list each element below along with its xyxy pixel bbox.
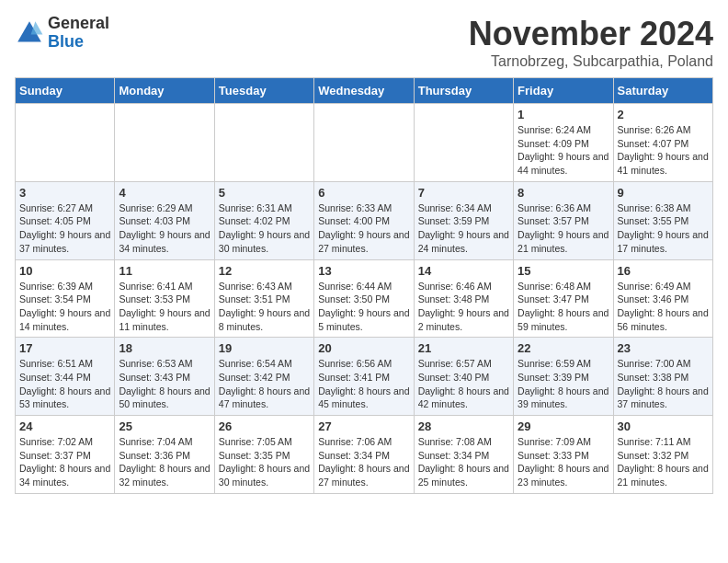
day-number: 20 <box>318 341 409 355</box>
day-detail: Sunrise: 6:57 AM Sunset: 3:40 PM Dayligh… <box>418 357 509 411</box>
calendar-cell: 22Sunrise: 6:59 AM Sunset: 3:39 PM Dayli… <box>514 338 613 416</box>
calendar-cell: 10Sunrise: 6:39 AM Sunset: 3:54 PM Dayli… <box>16 259 115 338</box>
day-number: 3 <box>19 186 110 200</box>
calendar-cell: 17Sunrise: 6:51 AM Sunset: 3:44 PM Dayli… <box>16 338 115 416</box>
weekday-header-wednesday: Wednesday <box>314 78 414 104</box>
calendar-cell: 27Sunrise: 7:06 AM Sunset: 3:34 PM Dayli… <box>314 416 414 494</box>
weekday-header-sunday: Sunday <box>16 78 115 104</box>
calendar-cell: 30Sunrise: 7:11 AM Sunset: 3:32 PM Dayli… <box>613 416 712 494</box>
location-title: Tarnobrzeg, Subcarpathia, Poland <box>469 53 713 70</box>
day-number: 1 <box>518 108 609 121</box>
day-detail: Sunrise: 6:39 AM Sunset: 3:54 PM Dayligh… <box>19 280 110 334</box>
day-number: 19 <box>219 341 310 355</box>
calendar-cell: 23Sunrise: 7:00 AM Sunset: 3:38 PM Dayli… <box>613 338 712 416</box>
weekday-header-saturday: Saturday <box>613 78 712 104</box>
day-number: 26 <box>219 419 310 433</box>
day-detail: Sunrise: 7:11 AM Sunset: 3:32 PM Dayligh… <box>618 435 709 489</box>
weekday-header-monday: Monday <box>115 78 214 104</box>
calendar-cell <box>414 104 513 182</box>
calendar-cell: 3Sunrise: 6:27 AM Sunset: 4:05 PM Daylig… <box>16 181 115 259</box>
day-number: 25 <box>119 419 210 433</box>
day-detail: Sunrise: 6:43 AM Sunset: 3:51 PM Dayligh… <box>219 280 310 334</box>
calendar-cell <box>314 104 414 182</box>
day-detail: Sunrise: 7:08 AM Sunset: 3:34 PM Dayligh… <box>418 435 509 489</box>
day-number: 21 <box>418 341 509 355</box>
day-number: 8 <box>518 186 609 200</box>
day-number: 16 <box>618 264 709 278</box>
day-number: 9 <box>618 186 709 200</box>
day-detail: Sunrise: 7:00 AM Sunset: 3:38 PM Dayligh… <box>618 357 709 411</box>
calendar-cell: 14Sunrise: 6:46 AM Sunset: 3:48 PM Dayli… <box>414 259 513 338</box>
day-detail: Sunrise: 6:49 AM Sunset: 3:46 PM Dayligh… <box>618 280 709 334</box>
day-detail: Sunrise: 6:29 AM Sunset: 4:03 PM Dayligh… <box>119 201 210 256</box>
calendar-cell: 13Sunrise: 6:44 AM Sunset: 3:50 PM Dayli… <box>314 259 414 338</box>
weekday-header-friday: Friday <box>514 78 613 104</box>
calendar-week-5: 24Sunrise: 7:02 AM Sunset: 3:37 PM Dayli… <box>16 416 713 494</box>
day-number: 2 <box>618 108 709 121</box>
day-number: 22 <box>518 341 609 355</box>
logo-text: General Blue <box>48 15 109 52</box>
day-detail: Sunrise: 6:26 AM Sunset: 4:07 PM Dayligh… <box>618 123 709 178</box>
day-detail: Sunrise: 6:59 AM Sunset: 3:39 PM Dayligh… <box>518 357 609 411</box>
day-detail: Sunrise: 6:27 AM Sunset: 4:05 PM Dayligh… <box>19 201 110 256</box>
day-detail: Sunrise: 7:05 AM Sunset: 3:35 PM Dayligh… <box>219 435 310 489</box>
calendar-cell: 1Sunrise: 6:24 AM Sunset: 4:09 PM Daylig… <box>514 104 613 182</box>
calendar-cell: 7Sunrise: 6:34 AM Sunset: 3:59 PM Daylig… <box>414 181 513 259</box>
day-detail: Sunrise: 6:36 AM Sunset: 3:57 PM Dayligh… <box>518 201 609 256</box>
logo-blue: Blue <box>48 32 84 51</box>
calendar-week-4: 17Sunrise: 6:51 AM Sunset: 3:44 PM Dayli… <box>16 338 713 416</box>
calendar-cell <box>115 104 214 182</box>
calendar-cell: 6Sunrise: 6:33 AM Sunset: 4:00 PM Daylig… <box>314 181 414 259</box>
day-detail: Sunrise: 6:51 AM Sunset: 3:44 PM Dayligh… <box>19 357 110 411</box>
weekday-row: SundayMondayTuesdayWednesdayThursdayFrid… <box>16 78 713 104</box>
day-number: 11 <box>119 264 210 278</box>
day-number: 15 <box>518 264 609 278</box>
day-number: 12 <box>219 264 310 278</box>
weekday-header-thursday: Thursday <box>414 78 513 104</box>
day-number: 17 <box>19 341 110 355</box>
day-number: 27 <box>318 419 409 433</box>
logo-icon <box>15 18 44 48</box>
calendar-cell: 9Sunrise: 6:38 AM Sunset: 3:55 PM Daylig… <box>613 181 712 259</box>
day-number: 28 <box>418 419 509 433</box>
calendar-cell: 20Sunrise: 6:56 AM Sunset: 3:41 PM Dayli… <box>314 338 414 416</box>
day-number: 6 <box>318 186 409 200</box>
day-number: 7 <box>418 186 509 200</box>
day-detail: Sunrise: 6:38 AM Sunset: 3:55 PM Dayligh… <box>618 201 709 256</box>
calendar-cell: 4Sunrise: 6:29 AM Sunset: 4:03 PM Daylig… <box>115 181 214 259</box>
calendar-table: SundayMondayTuesdayWednesdayThursdayFrid… <box>15 77 713 494</box>
calendar-week-2: 3Sunrise: 6:27 AM Sunset: 4:05 PM Daylig… <box>16 181 713 259</box>
calendar-cell: 2Sunrise: 6:26 AM Sunset: 4:07 PM Daylig… <box>613 104 712 182</box>
day-number: 13 <box>318 264 409 278</box>
logo-general: General <box>48 14 109 32</box>
calendar-cell: 26Sunrise: 7:05 AM Sunset: 3:35 PM Dayli… <box>214 416 313 494</box>
calendar-cell: 25Sunrise: 7:04 AM Sunset: 3:36 PM Dayli… <box>115 416 214 494</box>
day-detail: Sunrise: 7:04 AM Sunset: 3:36 PM Dayligh… <box>119 435 210 489</box>
calendar-cell <box>214 104 313 182</box>
day-detail: Sunrise: 6:24 AM Sunset: 4:09 PM Dayligh… <box>518 123 609 178</box>
calendar-cell: 29Sunrise: 7:09 AM Sunset: 3:33 PM Dayli… <box>514 416 613 494</box>
calendar-cell: 16Sunrise: 6:49 AM Sunset: 3:46 PM Dayli… <box>613 259 712 338</box>
calendar-header: SundayMondayTuesdayWednesdayThursdayFrid… <box>16 78 713 104</box>
day-detail: Sunrise: 7:02 AM Sunset: 3:37 PM Dayligh… <box>19 435 110 489</box>
day-detail: Sunrise: 6:41 AM Sunset: 3:53 PM Dayligh… <box>119 280 210 334</box>
day-number: 4 <box>119 186 210 200</box>
day-detail: Sunrise: 7:06 AM Sunset: 3:34 PM Dayligh… <box>318 435 409 489</box>
day-number: 23 <box>618 341 709 355</box>
month-title: November 2024 <box>469 15 713 53</box>
day-detail: Sunrise: 6:44 AM Sunset: 3:50 PM Dayligh… <box>318 280 409 334</box>
header: General Blue November 2024 Tarnobrzeg, S… <box>15 15 713 70</box>
day-detail: Sunrise: 6:33 AM Sunset: 4:00 PM Dayligh… <box>318 201 409 256</box>
day-detail: Sunrise: 6:34 AM Sunset: 3:59 PM Dayligh… <box>418 201 509 256</box>
day-detail: Sunrise: 7:09 AM Sunset: 3:33 PM Dayligh… <box>518 435 609 489</box>
day-number: 5 <box>219 186 310 200</box>
logo: General Blue <box>15 15 109 52</box>
day-number: 30 <box>618 419 709 433</box>
calendar-cell: 5Sunrise: 6:31 AM Sunset: 4:02 PM Daylig… <box>214 181 313 259</box>
day-detail: Sunrise: 6:53 AM Sunset: 3:43 PM Dayligh… <box>119 357 210 411</box>
day-detail: Sunrise: 6:56 AM Sunset: 3:41 PM Dayligh… <box>318 357 409 411</box>
day-number: 10 <box>19 264 110 278</box>
day-number: 24 <box>19 419 110 433</box>
day-detail: Sunrise: 6:46 AM Sunset: 3:48 PM Dayligh… <box>418 280 509 334</box>
day-number: 29 <box>518 419 609 433</box>
